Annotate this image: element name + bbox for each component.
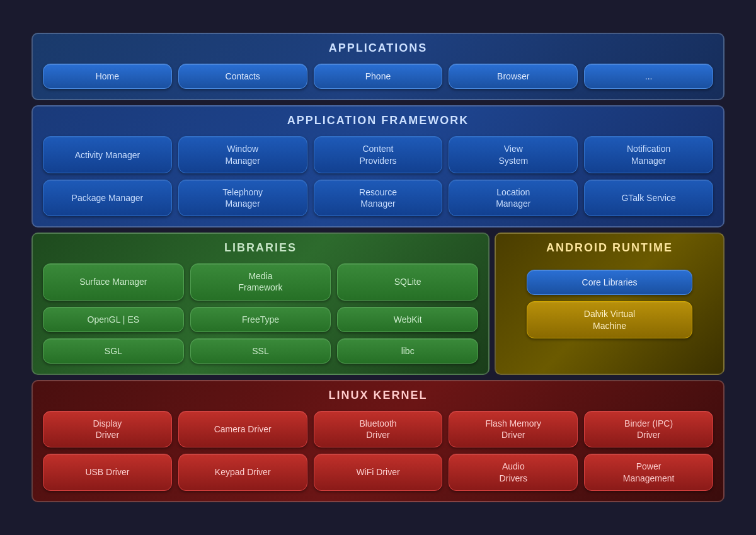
kernel-camera-driver[interactable]: Camera Driver — [178, 411, 307, 447]
fw-telephony-manager[interactable]: TelephonyManager — [178, 180, 307, 216]
kernel-power-management[interactable]: PowerManagement — [584, 454, 713, 490]
fw-window-manager[interactable]: WindowManager — [178, 136, 307, 173]
fw-activity-manager[interactable]: Activity Manager — [43, 136, 172, 173]
applications-row: Home Contacts Phone Browser ... — [43, 64, 713, 89]
framework-title: Application Framework — [43, 114, 713, 127]
runtime-core-libraries[interactable]: Core Libraries — [527, 270, 692, 295]
lib-freetype[interactable]: FreeType — [190, 307, 331, 332]
runtime-title: Android Runtime — [506, 241, 713, 255]
app-more[interactable]: ... — [584, 64, 713, 89]
kernel-usb-driver[interactable]: USB Driver — [43, 454, 172, 490]
kernel-bluetooth-driver[interactable]: BluetoothDriver — [314, 411, 443, 447]
runtime-section: Android Runtime Core Libraries Dalvik Vi… — [495, 233, 724, 375]
android-architecture-diagram: Applications Home Contacts Phone Browser… — [32, 33, 724, 502]
app-home[interactable]: Home — [43, 64, 172, 89]
lib-libc[interactable]: libc — [337, 338, 478, 364]
kernel-keypad-driver[interactable]: Keypad Driver — [178, 454, 307, 490]
runtime-dalvik[interactable]: Dalvik VirtualMachine — [527, 301, 692, 338]
fw-notification-manager[interactable]: NotificationManager — [584, 136, 713, 173]
lib-ssl[interactable]: SSL — [190, 338, 331, 364]
libraries-grid: Surface Manager MediaFramework SQLite Op… — [43, 263, 478, 364]
kernel-binder-driver[interactable]: Binder (IPC)Driver — [584, 411, 713, 447]
fw-resource-manager[interactable]: ResourceManager — [314, 180, 443, 216]
fw-view-system[interactable]: ViewSystem — [449, 136, 578, 173]
lib-sgl[interactable]: SGL — [43, 338, 184, 364]
lib-opengl[interactable]: OpenGL | ES — [43, 307, 184, 332]
app-contacts[interactable]: Contacts — [178, 64, 307, 89]
framework-grid: Activity Manager WindowManager ContentPr… — [43, 136, 713, 216]
kernel-title: Linux Kernel — [43, 389, 713, 402]
lib-surface-manager[interactable]: Surface Manager — [43, 263, 184, 300]
kernel-display-driver[interactable]: DisplayDriver — [43, 411, 172, 447]
applications-title: Applications — [43, 42, 713, 55]
kernel-section: Linux Kernel DisplayDriver Camera Driver… — [32, 380, 724, 502]
app-phone[interactable]: Phone — [314, 64, 443, 89]
kernel-audio-drivers[interactable]: AudioDrivers — [449, 454, 578, 490]
framework-section: Application Framework Activity Manager W… — [32, 105, 724, 227]
libraries-runtime-row: Libraries Surface Manager MediaFramework… — [32, 233, 724, 375]
kernel-wifi-driver[interactable]: WiFi Driver — [314, 454, 443, 490]
libraries-section: Libraries Surface Manager MediaFramework… — [32, 233, 490, 375]
kernel-grid: DisplayDriver Camera Driver BluetoothDri… — [43, 411, 713, 491]
fw-content-providers[interactable]: ContentProviders — [314, 136, 443, 173]
app-browser[interactable]: Browser — [449, 64, 578, 89]
fw-gtalk-service[interactable]: GTalk Service — [584, 180, 713, 216]
applications-section: Applications Home Contacts Phone Browser… — [32, 33, 724, 100]
runtime-buttons: Core Libraries Dalvik VirtualMachine — [506, 263, 713, 338]
lib-webkit[interactable]: WebKit — [337, 307, 478, 332]
fw-package-manager[interactable]: Package Manager — [43, 180, 172, 216]
lib-media-framework[interactable]: MediaFramework — [190, 263, 331, 300]
fw-location-manager[interactable]: LocationManager — [449, 180, 578, 216]
kernel-flash-memory-driver[interactable]: Flash MemoryDriver — [449, 411, 578, 447]
lib-sqlite[interactable]: SQLite — [337, 263, 478, 300]
libraries-title: Libraries — [43, 241, 478, 255]
